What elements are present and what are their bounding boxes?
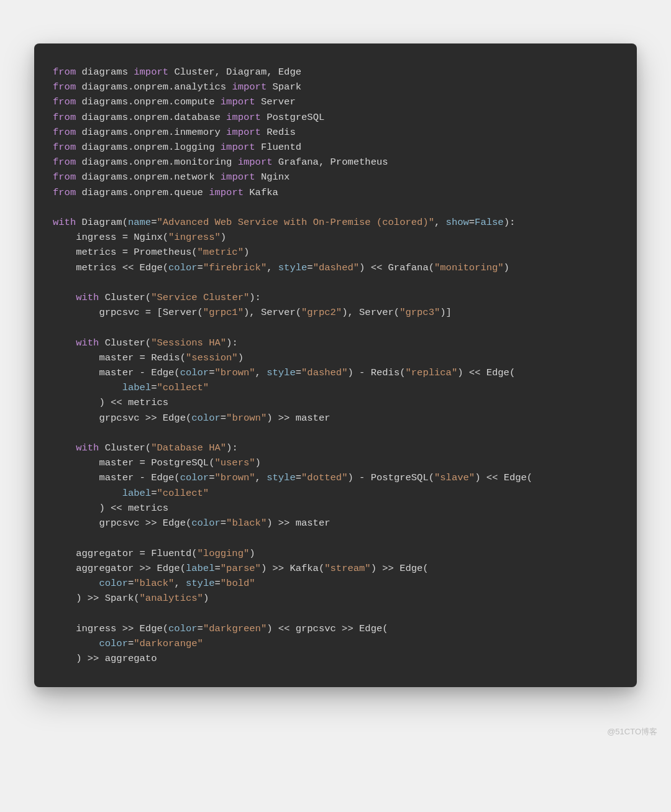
code-token (53, 518, 99, 529)
code-token: = (198, 262, 203, 273)
code-token (76, 171, 81, 183)
code-token (226, 81, 232, 93)
code-token: "Sessions HA" (151, 337, 226, 349)
code-token (53, 472, 99, 483)
code-token (76, 217, 81, 228)
code-token: Cluster, Diagram, Edge (174, 66, 301, 78)
code-token (76, 142, 81, 153)
code-token: aggregator >> Edge( (76, 563, 186, 574)
code-card: from diagrams import Cluster, Diagram, E… (34, 43, 637, 687)
code-token (255, 171, 261, 183)
code-token (53, 247, 76, 258)
code-token: ingress >> Edge( (76, 623, 168, 634)
code-token: ) << Grafana( (359, 262, 434, 273)
code-token: "darkorange" (134, 638, 203, 649)
code-token (53, 638, 99, 649)
code-token: from (53, 81, 76, 93)
code-token: "session" (186, 352, 238, 363)
code-token (53, 548, 76, 559)
code-token (232, 157, 237, 168)
code-token: import (209, 187, 244, 198)
code-token (214, 171, 220, 183)
code-token: , (174, 578, 186, 589)
code-token: color (191, 518, 221, 529)
code-token: from (53, 127, 76, 138)
code-token: style (278, 262, 308, 273)
code-token: = (198, 623, 203, 634)
code-token: "replica" (405, 367, 457, 378)
code-token (214, 96, 220, 107)
code-token (255, 142, 261, 153)
code-token (53, 397, 99, 408)
code-token: metrics << Edge( (76, 262, 168, 273)
code-token: "slave" (434, 472, 475, 483)
code-token: = (128, 578, 134, 589)
code-token: ) - PostgreSQL( (347, 472, 434, 483)
code-token: , (255, 472, 267, 483)
code-token (255, 96, 261, 107)
code-token: with (76, 442, 99, 454)
code-token: "Service Cluster" (151, 292, 249, 303)
code-token (53, 623, 76, 634)
code-token: "dashed" (301, 367, 347, 378)
code-token: ), Server( (244, 307, 301, 318)
code-token: Kafka (249, 187, 278, 198)
code-token: diagrams (82, 66, 128, 78)
code-token: import (226, 112, 261, 123)
code-token: from (53, 171, 76, 183)
code-token: grpcsvc >> Edge( (99, 413, 191, 424)
code-token: Cluster( (105, 292, 151, 303)
code-token: with (76, 337, 99, 349)
code-token (53, 457, 99, 468)
code-token: ) (249, 548, 255, 559)
code-token: diagrams.onprem.compute (82, 96, 215, 107)
code-token: color (191, 413, 221, 424)
code-token: diagrams.onprem.network (82, 171, 215, 183)
code-token: Cluster( (105, 442, 151, 454)
code-token: import (221, 171, 255, 183)
code-token: "black" (134, 578, 174, 589)
code-token (53, 593, 76, 604)
code-token: , (255, 367, 267, 378)
code-token: import (226, 127, 261, 138)
code-token: , (434, 217, 446, 228)
code-token (53, 503, 99, 514)
code-token (76, 157, 81, 168)
code-token: ): (226, 442, 238, 454)
code-token: import (221, 96, 255, 107)
code-token: ), Server( (342, 307, 399, 318)
code-token: from (53, 142, 76, 153)
code-token: "black" (226, 518, 267, 529)
code-token: label (186, 563, 215, 574)
code-token (53, 352, 99, 363)
code-token: ) (504, 262, 509, 273)
code-token (99, 442, 104, 454)
code-token (76, 127, 81, 138)
code-token (76, 187, 81, 198)
code-token (99, 292, 104, 303)
code-token: ): (226, 337, 238, 349)
code-token: "grpc3" (399, 307, 440, 318)
code-token: False (475, 217, 504, 228)
code-token: = (221, 413, 226, 424)
code-token (53, 307, 99, 318)
code-token: , (267, 262, 278, 273)
code-token: import (232, 81, 267, 93)
code-token: import (134, 66, 168, 78)
code-token: label (122, 488, 152, 499)
code-token: ) - Redis( (347, 367, 405, 378)
code-token (53, 262, 76, 273)
code-token: color (99, 638, 128, 649)
code-token: label (122, 382, 152, 393)
code-token: ): (504, 217, 516, 228)
code-token: Cluster( (105, 337, 151, 349)
code-token: ) (221, 232, 226, 243)
code-token (128, 66, 134, 78)
code-token: Grafana, Prometheus (278, 157, 388, 168)
code-token (267, 81, 272, 93)
code-token: from (53, 96, 76, 107)
code-token: ) (238, 352, 244, 363)
code-token (76, 81, 81, 93)
code-token: "dotted" (301, 472, 347, 483)
code-token: ) << metrics (99, 397, 168, 408)
